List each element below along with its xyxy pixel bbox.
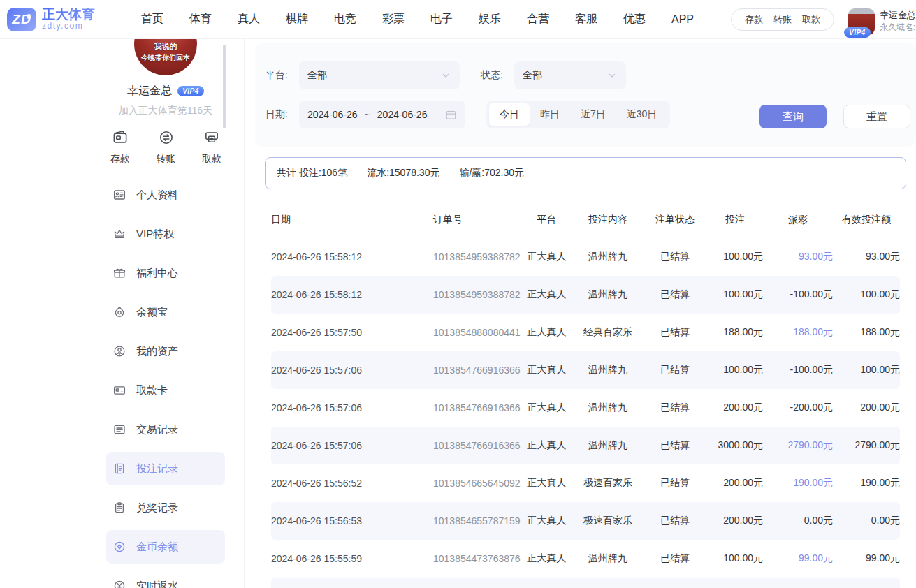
sidebar-item-yuebao[interactable]: 余额宝 [106, 295, 225, 329]
cell-date: 2024-06-26 15:58:12 [271, 289, 433, 300]
nav-item-8[interactable]: 娱乐 [479, 12, 501, 27]
table-row[interactable]: 2024-06-26 15:56:531013854655787159552正大… [271, 502, 900, 540]
nav-item-4[interactable]: 棋牌 [286, 12, 308, 27]
cell-status: 已结算 [643, 251, 707, 263]
table-row[interactable]: 2024-06-26 15:57:501013854888080441344正大… [271, 314, 900, 351]
cell-payout: 93.00元 [763, 251, 833, 263]
range-button-2[interactable]: 昨日 [530, 103, 570, 126]
cell-date: 2024-06-26 15:56:53 [271, 515, 433, 527]
sidebar-scrollbar-thumb[interactable] [223, 45, 226, 128]
cell-bet: 200.00元 [707, 515, 763, 527]
sidebar-item-card[interactable]: 取款卡 [106, 374, 225, 407]
transfer-label: 转账 [157, 153, 176, 166]
cell-platform: 正大真人 [521, 364, 573, 376]
filter-row-1: 平台: 全部 状态: 全部 [266, 61, 916, 89]
sidebar-item-vip[interactable]: VIP特权 [106, 217, 225, 251]
sidebar-item-bet-records[interactable]: 投注记录 [106, 452, 225, 485]
sidebar-menu: 个人资料VIP特权福利中心余额宝我的资产取款卡交易记录投注记录兑奖记录金币余额实… [87, 178, 244, 588]
cell-bet: 100.00元 [707, 251, 763, 263]
cell-valid: 100.00元 [833, 288, 900, 301]
date-range-picker[interactable]: 2024-06-26 ~ 2024-06-26 [299, 101, 465, 128]
calendar-icon [445, 109, 457, 121]
header-user-block[interactable]: VIP4 幸运金总 永久域名: [848, 4, 916, 35]
cell-status: 已结算 [643, 477, 707, 490]
summary-turnover: 流水:15078.30元 [367, 167, 439, 179]
redeem-icon [112, 501, 126, 515]
cell-date: 2024-06-26 15:56:52 [271, 478, 433, 489]
permanent-domain-label: 永久域名: [880, 22, 916, 34]
cell-valid: 100.00元 [833, 364, 900, 376]
sidebar-item-transactions[interactable]: 交易记录 [106, 413, 225, 446]
sidebar-item-label: 福利中心 [136, 267, 178, 280]
wallet-quick-links: 存款转账取款 [731, 8, 834, 31]
avatar-caption-line1: 我说的 [134, 41, 197, 52]
nav-item-3[interactable]: 真人 [238, 12, 260, 27]
yuebao-icon [112, 305, 126, 319]
cell-bet: 100.00元 [707, 552, 763, 565]
cell-order: 1013854766916366336 [433, 402, 521, 413]
sidebar-item-assets[interactable]: 我的资产 [106, 335, 225, 368]
quick-action-withdraw[interactable]: 取款 [202, 129, 221, 166]
range-button-3[interactable]: 近7日 [570, 103, 616, 126]
reset-button[interactable]: 重置 [843, 105, 910, 128]
status-select[interactable]: 全部 [514, 61, 626, 89]
table-row[interactable]: 2024-06-26 15:57:061013854766916366338正大… [271, 427, 900, 464]
table-row[interactable]: 2024-06-26 15:58:121013854959388782593正大… [271, 276, 900, 314]
range-button-1[interactable]: 今日 [489, 103, 530, 126]
nav-item-9[interactable]: 合营 [527, 12, 549, 27]
assets-icon [112, 344, 126, 358]
nav-item-6[interactable]: 彩票 [382, 12, 405, 27]
sidebar-item-label: 实时返水 [136, 580, 178, 588]
search-button[interactable]: 查询 [759, 105, 827, 128]
sidebar-item-rebate[interactable]: 实时返水 [106, 569, 225, 588]
platform-select[interactable]: 全部 [299, 61, 460, 89]
sidebar-item-label: 取款卡 [136, 384, 168, 397]
wallet-link-2[interactable]: 转账 [773, 13, 792, 26]
cell-platform: 正大真人 [521, 326, 573, 339]
cell-payout: 190.00元 [763, 477, 833, 490]
deposit-label: 存款 [110, 153, 130, 166]
table-row[interactable]: 2024-06-26 15:57:061013854766916366337正大… [271, 351, 900, 389]
brand-text: 正大体育 zdty.com [42, 8, 95, 31]
col-header-status: 注单状态 [643, 214, 707, 226]
nav-item-7[interactable]: 电子 [430, 12, 453, 27]
cell-date: 2024-06-26 15:55:59 [271, 553, 433, 564]
cell-order: 1013854473763876864 [433, 553, 521, 564]
range-button-4[interactable]: 近30日 [616, 103, 668, 126]
col-header-order: 订单号 [433, 214, 521, 226]
platform-select-value: 全部 [307, 69, 327, 82]
table-row[interactable]: 2024-06-26 15:56:521013854665645092864正大… [271, 464, 900, 502]
cell-status: 已结算 [643, 515, 707, 527]
nav-item-11[interactable]: 优惠 [623, 12, 646, 27]
cell-bet: 3000.00元 [707, 439, 763, 452]
table-row[interactable]: 2024-06-26 15:58:121013854959388782592正大… [271, 238, 900, 276]
platform-label: 平台: [266, 69, 299, 82]
bet-record-icon [112, 462, 126, 476]
table-row[interactable]: 2024-06-26 15:57:061013854766916366336正大… [271, 389, 900, 427]
cell-content: 极速百家乐 [573, 515, 643, 527]
sidebar-item-redeem[interactable]: 兑奖记录 [106, 491, 225, 524]
cell-payout: -200.00元 [763, 402, 833, 414]
nav-item-1[interactable]: 首页 [141, 12, 163, 27]
nav-item-2[interactable]: 体育 [189, 12, 212, 27]
quick-action-deposit[interactable]: 存款 [110, 129, 130, 166]
wallet-link-3[interactable]: 取款 [802, 13, 820, 26]
sidebar-item-coin[interactable]: 金币余额 [106, 530, 225, 564]
cell-platform: 正大真人 [521, 477, 573, 490]
wallet-link-1[interactable]: 存款 [745, 13, 763, 26]
cell-bet: 200.00元 [707, 402, 763, 414]
cell-status: 已结算 [643, 288, 707, 301]
sidebar-item-profile[interactable]: 个人资料 [106, 178, 225, 212]
brand-logo[interactable]: ZD 正大体育 zdty.com [7, 8, 112, 31]
nav-item-10[interactable]: 客服 [575, 12, 597, 27]
quick-action-transfer[interactable]: 转账 [157, 129, 176, 166]
brand-logo-icon: ZD [7, 8, 36, 31]
cell-platform: 正大真人 [521, 439, 573, 452]
table-row[interactable]: 2024-06-26 15:55:591013854473763876864正大… [271, 540, 900, 578]
status-select-value: 全部 [523, 69, 542, 82]
nav-item-12[interactable]: APP [671, 13, 694, 26]
nav-item-5[interactable]: 电竞 [334, 12, 356, 27]
cell-content: 温州牌九 [573, 364, 643, 376]
sidebar-item-welfare[interactable]: 福利中心 [106, 256, 225, 290]
id-card-icon [112, 188, 126, 202]
